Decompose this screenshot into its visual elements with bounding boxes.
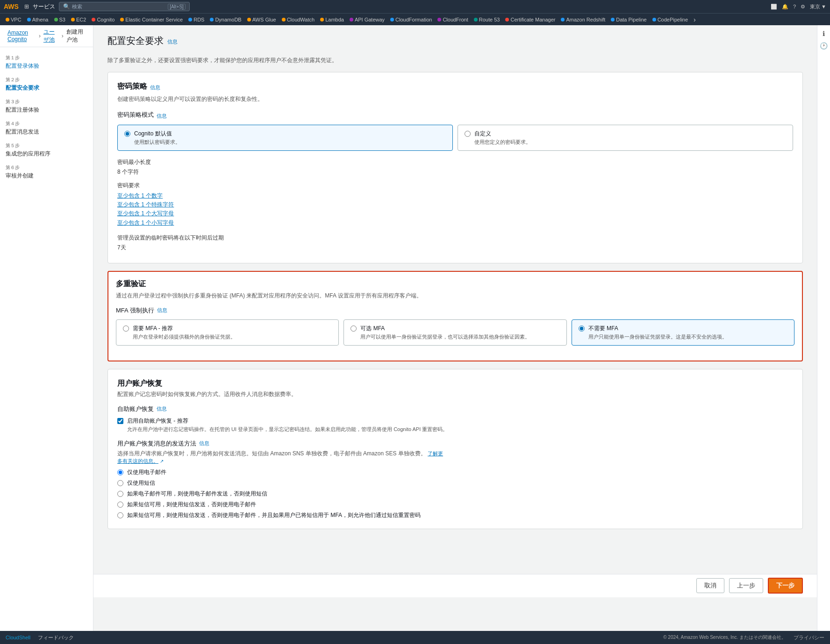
radio-delivery-3[interactable] xyxy=(117,491,123,497)
req1: 至少包含 1 个数字 xyxy=(117,191,793,200)
service-cloudfront[interactable]: CloudFront xyxy=(435,14,471,26)
password-section-title: 密码策略 xyxy=(117,82,147,92)
req4: 至少包含 1 个小写字母 xyxy=(117,219,793,227)
mfa-optional-desc: 用户可以使用单一身份验证凭据登录，也可以选择添加其他身份验证因素。 xyxy=(360,333,530,340)
service-ecs[interactable]: Elastic Container Service xyxy=(117,14,186,26)
step-5-title[interactable]: 集成您的应用程序 xyxy=(6,150,87,158)
apps-icon[interactable]: ⊞ xyxy=(24,3,29,10)
service-certmgr[interactable]: Certificate Manager xyxy=(502,14,558,26)
radio-cognito-default[interactable] xyxy=(124,131,130,137)
delivery-info-link[interactable]: 信息 xyxy=(199,440,209,447)
service-rds[interactable]: RDS xyxy=(186,14,207,26)
radio-custom[interactable] xyxy=(465,131,471,137)
delivery-option-1[interactable]: 仅使用电子邮件 xyxy=(117,468,793,476)
step-5-label: 第５步 xyxy=(6,142,87,149)
radio-mfa-required[interactable] xyxy=(123,326,129,332)
search-input[interactable] xyxy=(72,4,168,9)
step-3-label: 第３步 xyxy=(6,99,87,105)
service-glue[interactable]: AWS Glue xyxy=(244,14,279,26)
delivery-radio-options: 仅使用电子邮件 仅使用短信 如果电子邮件可用，则使用电子邮件发送，否则使用短信 xyxy=(117,468,793,519)
step-2-title[interactable]: 配置安全要求 xyxy=(6,84,87,92)
next-button[interactable]: 下一步 xyxy=(768,578,803,594)
self-recovery-info-link[interactable]: 信息 xyxy=(157,405,167,412)
mfa-info-link[interactable]: 信息 xyxy=(157,307,167,314)
search-box[interactable]: 🔍 [Alt+S] xyxy=(59,2,190,11)
option-cognito-default[interactable]: Cognito 默认值 使用默认密码要求。 xyxy=(117,125,453,151)
mfa-optional-option[interactable]: 可选 MFA 用户可以使用单一身份验证凭据登录，也可以选择添加其他身份验证因素。 xyxy=(343,319,566,346)
mfa-none-desc: 用户只能使用单一身份验证凭据登录。这是最不安全的选项。 xyxy=(588,333,727,340)
step-4-label: 第４步 xyxy=(6,120,87,127)
service-cloudwatch[interactable]: CloudWatch xyxy=(279,14,318,26)
cancel-button[interactable]: 取消 xyxy=(696,578,724,593)
mfa-required-option[interactable]: 需要 MFA - 推荐 用户在登录时必须提供额外的身份验证凭据。 xyxy=(116,319,339,346)
breadcrumb-middle[interactable]: ユーザ池 xyxy=(43,28,59,44)
delivery-option-2[interactable]: 仅使用短信 xyxy=(117,479,793,487)
password-mode-info[interactable]: 信息 xyxy=(157,113,167,120)
delivery-option-5[interactable]: 如果短信可用，则使用短信发送，否则使用电子邮件，并且如果用户已将短信用于 MFA… xyxy=(117,511,793,519)
radio-mfa-none[interactable] xyxy=(579,326,585,332)
delivery-option-3[interactable]: 如果电子邮件可用，则使用电子邮件发送，否则使用短信 xyxy=(117,490,793,498)
service-s3[interactable]: S3 xyxy=(51,14,68,26)
delivery-option-5-label: 如果短信可用，则使用短信发送，否则使用电子邮件，并且如果用户已将短信用于 MFA… xyxy=(127,511,421,519)
clock-icon[interactable]: 🕐 xyxy=(820,42,828,50)
info-circle-icon[interactable]: ℹ xyxy=(823,30,825,37)
service-dynamodb[interactable]: DynamoDB xyxy=(207,14,244,26)
page-info-link[interactable]: 信息 xyxy=(167,38,178,45)
step-4-title[interactable]: 配置消息发送 xyxy=(6,128,87,136)
radio-delivery-2[interactable] xyxy=(117,480,123,486)
services-label[interactable]: サービス xyxy=(33,3,55,11)
service-vpc[interactable]: VPC xyxy=(3,14,24,26)
radio-delivery-5[interactable] xyxy=(117,512,123,518)
password-info-link[interactable]: 信息 xyxy=(150,84,160,91)
step-3: 第３步 配置注册体验 xyxy=(6,99,87,114)
top-bar-right: ⬜ 🔔 ? ⚙ 東京 ▼ xyxy=(771,3,826,10)
step-1-title[interactable]: 配置登录体验 xyxy=(6,62,87,70)
service-route53[interactable]: Route 53 xyxy=(471,14,503,26)
step-6-title[interactable]: 审核并创建 xyxy=(6,172,87,180)
option-custom[interactable]: 自定义 使用您定义的密码要求。 xyxy=(458,125,793,151)
delivery-option-4[interactable]: 如果短信可用，则使用短信发送，否则使用电子邮件 xyxy=(117,501,793,509)
breadcrumb-current: 創建用户池 xyxy=(66,28,86,44)
service-datapipeline[interactable]: Data Pipeline xyxy=(608,14,649,26)
password-mode-label: 密码策略模式 xyxy=(117,111,154,119)
radio-delivery-4[interactable] xyxy=(117,502,123,508)
step-3-title[interactable]: 配置注册体验 xyxy=(6,106,87,114)
region-selector[interactable]: 東京 ▼ xyxy=(810,3,826,10)
settings-icon[interactable]: ⚙ xyxy=(801,4,805,10)
min-length-label: 密码最小长度 xyxy=(117,158,793,166)
breadcrumb-parent[interactable]: Amazon Cognito xyxy=(7,29,36,42)
mfa-none-option[interactable]: 不需要 MFA 用户只能使用单一身份验证凭据登录。这是最不安全的选项。 xyxy=(572,319,794,346)
mfa-enforcement-label: MFA 强制执行 xyxy=(116,306,154,315)
service-athena[interactable]: Athena xyxy=(24,14,51,26)
bottom-bar: CloudShell フィードバック © 2024, Amazon Web Se… xyxy=(0,631,830,644)
delivery-option-3-label: 如果电子邮件可用，则使用电子邮件发送，否则使用短信 xyxy=(127,490,267,498)
service-ec2[interactable]: EC2 xyxy=(68,14,89,26)
help-icon[interactable]: ? xyxy=(793,4,796,9)
step-4: 第４步 配置消息发送 xyxy=(6,120,87,136)
service-apigateway[interactable]: API Gateway xyxy=(347,14,387,26)
more-services[interactable]: › xyxy=(691,14,699,26)
service-cloudformation[interactable]: CloudFormation xyxy=(387,14,435,26)
delivery-desc: 选择当用户请求账户恢复时，用户池将如何发送消息。短信由 Amazon SNS 单… xyxy=(117,450,444,465)
breadcrumb-bar: Amazon Cognito › ユーザ池 › 創建用户池 xyxy=(0,25,93,47)
service-redshift[interactable]: Amazon Redshift xyxy=(558,14,608,26)
step-6: 第６步 审核并创建 xyxy=(6,164,87,180)
bell-icon[interactable]: 🔔 xyxy=(782,4,788,10)
cloudshell-label[interactable]: CloudShell xyxy=(6,635,30,640)
self-recovery-checkbox-row: 启用自助账户恢复 - 推荐 允许在用户池中进行忘记密码操作。在托管的 UI 登录… xyxy=(117,417,793,433)
cloudshell-icon[interactable]: ⬜ xyxy=(771,4,777,10)
service-lambda[interactable]: Lambda xyxy=(317,14,347,26)
self-recovery-checkbox[interactable] xyxy=(117,418,123,424)
recovery-desc: 配置账户记忘密码时如何恢复账户的方式。适用收件人消息和数据费率。 xyxy=(117,390,793,398)
temp-expiry-label: 管理员设置的临时密码将在以下时间后过期 xyxy=(117,234,793,242)
service-cognito[interactable]: Cognito xyxy=(89,14,117,26)
back-button[interactable]: 上一步 xyxy=(729,578,763,593)
password-policy-section: 密码策略 信息 创建密码策略以定义用户可以设置的密码的长度和复杂性。 密码策略模… xyxy=(107,72,803,263)
mfa-desc: 通过在用户登录过程中强制执行多重身份验证 (MFA) 来配置对应用程序的安全访问… xyxy=(116,292,794,300)
privacy-link[interactable]: プライバシー xyxy=(794,634,824,641)
radio-delivery-1[interactable] xyxy=(117,469,123,475)
radio-mfa-optional[interactable] xyxy=(351,326,357,332)
feedback-label[interactable]: フィードバック xyxy=(38,634,74,641)
service-codepipeline[interactable]: CodePipeline xyxy=(650,14,691,26)
main-content: 配置安全要求 信息 除了多重验证之外，还要设置强密码要求，才能保护您的应用程序用… xyxy=(93,25,817,631)
